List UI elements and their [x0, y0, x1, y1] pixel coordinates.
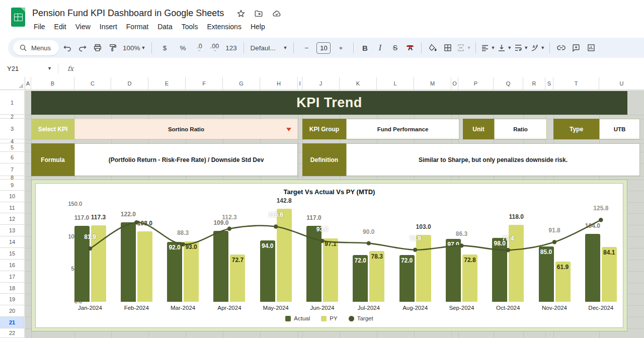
row-header-2[interactable]: 2 [0, 115, 25, 119]
row-header-19[interactable]: 19 [0, 294, 25, 305]
chart-panel[interactable]: Target Vs Actual Vs PY (MTD) 150.0100.05… [35, 183, 623, 328]
undo-button[interactable] [61, 41, 74, 55]
column-header-H[interactable]: H [260, 77, 298, 90]
font-size-input[interactable]: 10 [316, 42, 331, 54]
select-kpi-label: Select KPI [31, 119, 74, 139]
column-header-K[interactable]: K [340, 77, 377, 90]
column-header-L[interactable]: L [377, 77, 414, 90]
format-percent-button[interactable]: % [175, 41, 191, 55]
strikethrough-button[interactable]: S [388, 41, 401, 55]
paint-format-button[interactable] [106, 41, 119, 55]
redo-button[interactable] [76, 41, 89, 55]
print-button[interactable] [91, 41, 104, 55]
column-header-D[interactable]: D [111, 77, 148, 90]
row-header-9[interactable]: 9 [0, 180, 25, 191]
name-box[interactable]: Y21 [0, 65, 46, 72]
menu-format[interactable]: Format [122, 21, 153, 32]
menu-help[interactable]: Help [246, 21, 270, 32]
bold-button[interactable]: B [358, 41, 371, 55]
cloud-saved-icon[interactable] [272, 9, 282, 20]
increase-font-size-button[interactable]: + [333, 41, 349, 55]
column-header-Q[interactable]: Q [494, 77, 523, 90]
insert-comment-button[interactable] [570, 41, 583, 55]
row-header-5[interactable]: 5 [0, 143, 25, 152]
print-icon [93, 43, 102, 52]
chevron-down-icon: ▼ [491, 45, 495, 50]
row-header-1[interactable]: 1 [0, 91, 25, 115]
font-family-select[interactable]: Defaul...▼ [249, 41, 289, 55]
menu-extensions[interactable]: Extensions [202, 21, 246, 32]
row-header-18[interactable]: 18 [0, 283, 25, 294]
menu-insert[interactable]: Insert [95, 21, 122, 32]
row-header-22[interactable]: 22 [0, 328, 25, 338]
column-header-B[interactable]: B [31, 77, 74, 90]
row-header-6[interactable]: 6 [0, 152, 25, 163]
insert-link-button[interactable] [554, 41, 568, 55]
formula-input[interactable] [73, 60, 644, 77]
row-header-13[interactable]: 13 [0, 225, 25, 236]
column-header-O[interactable]: O [451, 77, 458, 90]
menu-tools[interactable]: Tools [177, 21, 203, 32]
fill-color-icon [428, 43, 437, 52]
insert-chart-button[interactable] [585, 41, 598, 55]
borders-button[interactable] [441, 41, 454, 55]
zoom-control[interactable]: 100%▼ [121, 41, 147, 55]
column-header-I[interactable]: I [298, 77, 302, 90]
column-header-P[interactable]: P [458, 77, 494, 90]
column-header-A[interactable]: A [25, 77, 31, 90]
select-kpi-dropdown[interactable]: Sortino Ratio [74, 119, 298, 139]
name-box-dropdown-icon[interactable]: ▼ [47, 66, 52, 71]
vertical-align-button[interactable]: ▼ [497, 41, 512, 55]
menus-search-button[interactable]: Menus [13, 40, 59, 55]
column-header-S[interactable]: S [545, 77, 553, 90]
text-color-button[interactable]: A [404, 41, 417, 55]
column-header-C[interactable]: C [74, 77, 111, 90]
menu-file[interactable]: File [29, 21, 50, 32]
logo-grid [14, 14, 23, 21]
sheets-logo-icon[interactable] [11, 8, 25, 27]
text-wrap-button[interactable]: ▼ [514, 41, 528, 55]
move-folder-icon[interactable] [254, 9, 264, 20]
row-header-16[interactable]: 16 [0, 260, 25, 271]
row-header-17[interactable]: 17 [0, 271, 25, 283]
increase-decimal-button[interactable]: .00→ [208, 41, 221, 55]
fill-color-button[interactable] [426, 41, 439, 55]
column-header-R[interactable]: R [523, 77, 545, 90]
row-header-20[interactable]: 20 [0, 305, 25, 317]
row-header-14[interactable]: 14 [0, 236, 25, 248]
row-header-10[interactable]: 10 [0, 191, 25, 202]
document-title[interactable]: Pension Fund KPI Dashboard in Google She… [32, 8, 224, 19]
row-header-21[interactable]: 21 [0, 317, 25, 328]
merge-cells-button[interactable]: ▼ [456, 41, 471, 55]
row-header-12[interactable]: 12 [0, 213, 25, 225]
legend-circle-swatch [349, 316, 354, 321]
decrease-decimal-button[interactable]: .0← [193, 41, 206, 55]
format-currency-button[interactable]: $ [156, 41, 173, 55]
decrease-font-size-button[interactable]: − [298, 41, 314, 55]
column-header-U[interactable]: U [599, 77, 644, 90]
column-header-F[interactable]: F [186, 77, 223, 90]
row-header-4[interactable]: 4 [0, 139, 25, 143]
column-header-T[interactable]: T [553, 77, 599, 90]
column-header-J[interactable]: J [302, 77, 340, 90]
chevron-down-icon: ▼ [283, 45, 288, 50]
menu-view[interactable]: View [71, 21, 95, 32]
row-header-15[interactable]: 15 [0, 248, 25, 260]
row-header-3[interactable]: 3 [0, 119, 25, 139]
column-header-M[interactable]: M [414, 77, 451, 90]
star-icon[interactable] [236, 9, 246, 20]
menu-data[interactable]: Data [153, 21, 177, 32]
toolbar: Menus 100%▼ $ % .0← .00→ 123 Defaul...▼ … [8, 38, 644, 58]
select-all-corner[interactable] [0, 77, 25, 90]
column-header-G[interactable]: G [223, 77, 260, 90]
text-rotation-icon: A [530, 43, 539, 52]
row-header-11[interactable]: 11 [0, 202, 25, 213]
column-header-E[interactable]: E [148, 77, 186, 90]
italic-button[interactable]: I [373, 41, 386, 55]
chevron-down-icon: ▼ [524, 45, 528, 50]
text-rotation-button[interactable]: A ▼ [530, 41, 545, 55]
row-header-8[interactable]: 8 [0, 176, 25, 180]
horizontal-align-button[interactable]: ▼ [480, 41, 495, 55]
menu-edit[interactable]: Edit [50, 21, 71, 32]
more-formats-button[interactable]: 123 [223, 41, 239, 55]
